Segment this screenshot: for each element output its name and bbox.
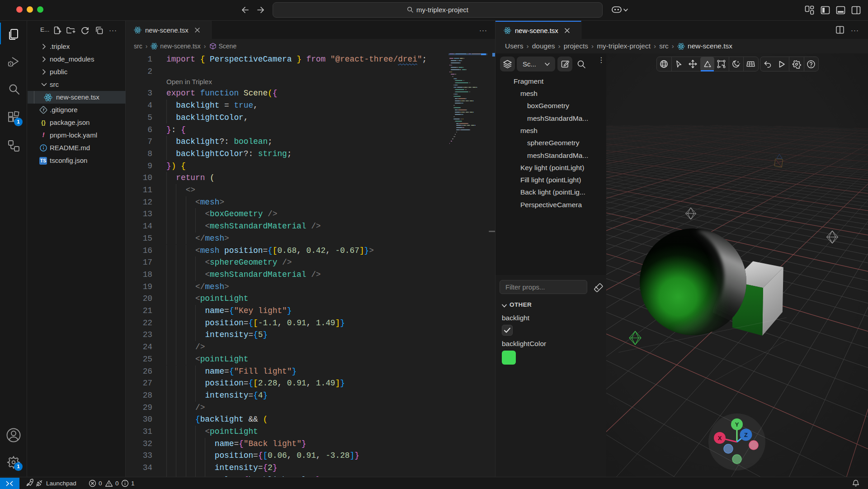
- svg-text:X: X: [718, 435, 722, 442]
- svg-text:Y: Y: [735, 421, 739, 428]
- svg-text:Z: Z: [744, 432, 748, 438]
